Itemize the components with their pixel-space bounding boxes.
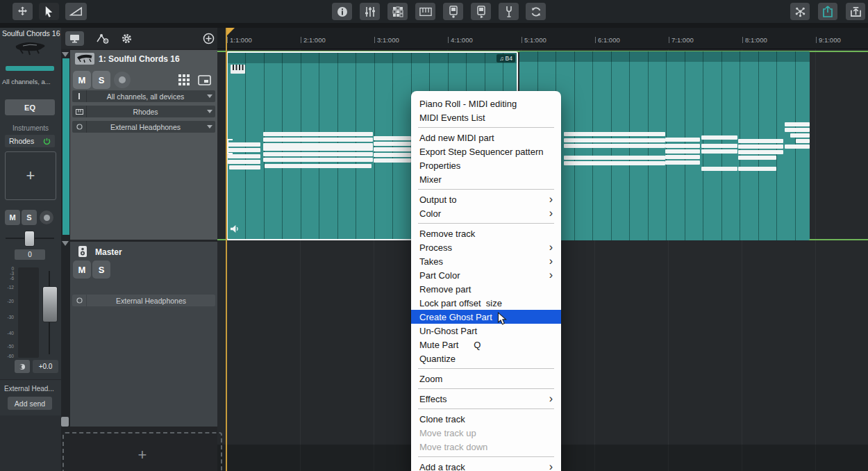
menu-item-remove-track[interactable]: Remove track [411,226,561,240]
menu-item-mixer[interactable]: Mixer [411,172,561,186]
eq-button[interactable]: EQ [5,99,55,115]
volume-fader-handle[interactable] [42,286,58,322]
menu-item-add-new-midi-part[interactable]: Add new MIDI part [411,131,561,144]
midi-note[interactable] [701,167,737,171]
pan-value[interactable]: 0 [15,249,45,260]
monitor-button[interactable] [65,31,84,46]
midi-note[interactable] [228,142,260,147]
track-mute-button[interactable]: M [73,71,91,89]
menu-item-part-color[interactable]: Part Color› [411,268,561,282]
scrollbar-handle[interactable] [61,417,69,427]
midi-note[interactable] [263,152,373,156]
inspector-solo-button[interactable]: S [22,210,37,225]
fade-tool-button[interactable] [65,3,87,20]
master-output-selector[interactable]: External Headphones [72,295,215,306]
playhead-line[interactable] [226,28,227,471]
midi-note[interactable] [263,132,373,136]
menu-item-piano-roll-midi-editing[interactable]: Piano Roll - MIDI editing [411,97,561,110]
midi-note[interactable] [796,139,810,143]
menu-item-un-ghost-part[interactable]: Un-Ghost Part [411,324,561,338]
menu-item-properties[interactable]: Properties [411,158,561,172]
inspector-record-button[interactable] [40,210,53,224]
menu-item-lock-part-offset-size[interactable]: Lock part offset size [411,296,561,310]
midi-note[interactable] [738,167,776,171]
add-track-dropzone[interactable]: + [62,432,222,471]
meter-mode-button[interactable] [15,360,30,373]
midi-note[interactable] [374,147,411,151]
sync-button[interactable] [526,3,546,20]
midi-note[interactable] [738,150,783,154]
menu-item-midi-events-list[interactable]: MIDI Events List [411,110,561,124]
pan-slider-handle[interactable] [24,231,35,247]
instrument-row[interactable]: Rhodes [5,135,55,147]
midi-note[interactable] [564,138,665,142]
midi-note[interactable] [701,149,737,154]
master-collapse-arrow-icon[interactable] [62,241,69,246]
midi-note[interactable] [738,156,776,160]
info-button[interactable] [332,3,352,20]
midi-note[interactable] [265,164,372,168]
midi-note[interactable] [701,135,737,140]
midi-note[interactable] [665,155,700,159]
midi-note[interactable] [785,122,810,126]
menu-item-export-step-sequencer-pattern[interactable]: Export Step Sequencer pattern [411,144,561,158]
track-collapse-arrow-icon[interactable] [62,52,69,57]
automation-button[interactable] [93,31,112,46]
clip-grid-button[interactable] [387,3,408,20]
plugins-button[interactable] [790,3,810,20]
settings-button[interactable] [118,31,135,46]
piano-roll-editor-button[interactable] [195,72,213,88]
menu-item-takes[interactable]: Takes› [411,254,561,268]
keyboard-button[interactable] [415,3,435,20]
master-solo-button[interactable]: S [92,261,110,279]
menu-item-create-ghost-part[interactable]: Create Ghost Part [411,310,561,324]
device-record-button[interactable] [443,3,463,20]
menu-item-color[interactable]: Color› [411,206,561,220]
midi-note[interactable] [665,144,700,148]
device-play-button[interactable] [471,3,491,20]
add-object-button[interactable] [199,31,217,47]
power-icon[interactable] [43,138,51,145]
midi-note[interactable] [790,133,810,138]
track-name[interactable]: 1: Soulful Chords 16 [99,54,180,64]
track-record-button[interactable] [114,72,131,88]
midi-note[interactable] [564,132,665,136]
midi-note[interactable] [263,158,373,162]
volume-value[interactable]: +0.0 [33,360,58,373]
menu-item-process[interactable]: Process› [411,240,561,254]
menu-item-zoom[interactable]: Zoom [411,372,561,386]
midi-note[interactable] [665,138,700,142]
master-track-header[interactable]: Master M S External Headphones [70,242,217,427]
midi-note[interactable] [228,148,260,152]
track-header[interactable]: 1: Soulful Chords 16 M S All channels, a… [70,50,217,240]
midi-note[interactable] [785,144,810,149]
move-tool-button[interactable] [12,3,33,20]
midi-note[interactable] [785,128,810,132]
clip-header-band[interactable] [228,53,517,63]
output-selector[interactable]: External Headphones [72,121,215,133]
midi-note[interactable] [374,158,411,163]
add-send-button[interactable]: Add send [8,397,52,410]
midi-note[interactable] [228,160,260,164]
midi-note[interactable] [229,165,260,170]
midi-note[interactable] [263,138,373,142]
master-mute-button[interactable]: M [73,261,91,279]
master-track-name[interactable]: Master [95,247,122,257]
midi-note[interactable] [701,144,737,148]
midi-note[interactable] [564,144,665,148]
midi-input-selector[interactable]: All channels, all devices [72,90,215,102]
midi-note[interactable] [738,144,783,149]
timeline-ruler[interactable]: 1:1:0002:1:0003:1:0004:1:0005:1:0006:1:0… [217,28,868,49]
menu-item-output-to[interactable]: Output to› [411,192,561,206]
midi-note[interactable] [665,149,700,154]
instrument-selector[interactable]: Rhodes [72,106,215,117]
midi-note[interactable] [263,143,373,151]
midi-note[interactable] [738,139,783,143]
project-return-button[interactable] [846,3,865,20]
midi-note[interactable] [374,142,411,146]
add-instrument-box[interactable]: + [5,151,56,200]
inspector-mute-button[interactable]: M [5,210,20,225]
midi-note[interactable] [374,136,411,140]
pointer-tool-button[interactable] [39,3,59,20]
menu-item-add-a-track[interactable]: Add a track› [411,460,561,471]
